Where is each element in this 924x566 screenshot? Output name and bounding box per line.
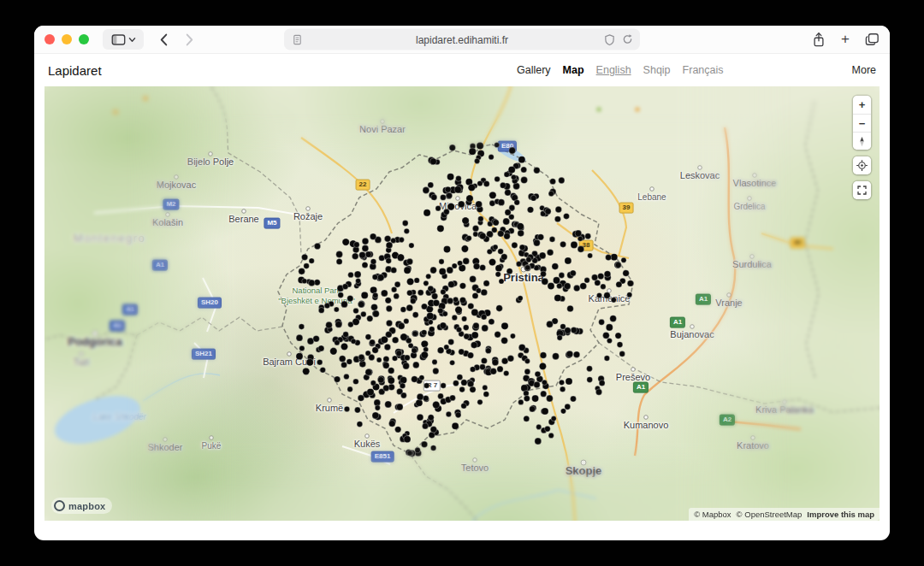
lapidar-marker[interactable]: [353, 379, 359, 385]
lapidar-marker[interactable]: [400, 333, 407, 340]
lapidar-marker[interactable]: [518, 344, 525, 351]
lapidar-marker[interactable]: [428, 415, 434, 421]
lapidar-marker[interactable]: [372, 274, 378, 280]
lapidar-marker[interactable]: [481, 289, 488, 296]
lapidar-marker[interactable]: [347, 295, 353, 301]
lapidar-marker[interactable]: [452, 263, 457, 268]
lapidar-marker[interactable]: [302, 279, 307, 284]
lapidar-marker[interactable]: [627, 280, 633, 286]
lapidar-marker[interactable]: [588, 253, 593, 258]
lapidar-marker[interactable]: [372, 412, 379, 419]
lapidar-marker[interactable]: [386, 258, 392, 264]
lapidar-marker[interactable]: [571, 396, 577, 402]
lapidar-marker[interactable]: [398, 322, 405, 329]
lapidar-marker[interactable]: [456, 176, 462, 182]
geolocate-button[interactable]: [853, 156, 871, 174]
lapidar-marker[interactable]: [501, 358, 508, 365]
lapidar-marker[interactable]: [598, 273, 604, 279]
lapidar-marker[interactable]: [388, 421, 395, 427]
lapidar-marker[interactable]: [334, 376, 340, 382]
lapidar-marker[interactable]: [565, 327, 572, 334]
back-button[interactable]: [154, 29, 173, 50]
lapidar-marker[interactable]: [482, 325, 489, 332]
lapidar-marker[interactable]: [343, 332, 349, 338]
lapidar-marker[interactable]: [495, 332, 500, 338]
lapidar-marker[interactable]: [459, 283, 465, 289]
lapidar-marker[interactable]: [335, 340, 340, 345]
lapidar-marker[interactable]: [445, 186, 451, 192]
lapidar-marker[interactable]: [571, 241, 578, 248]
lapidar-marker[interactable]: [415, 447, 420, 452]
lapidar-marker[interactable]: [599, 319, 605, 325]
lapidar-marker[interactable]: [454, 186, 461, 193]
attribution-mapbox-link[interactable]: © Mapbox: [694, 510, 731, 519]
lapidar-marker[interactable]: [524, 358, 530, 363]
lapidar-marker[interactable]: [459, 297, 465, 303]
lapidar-marker[interactable]: [570, 270, 576, 276]
lapidar-marker[interactable]: [308, 280, 315, 286]
lapidar-marker[interactable]: [596, 292, 601, 298]
lapidar-marker[interactable]: [404, 355, 410, 361]
lapidar-marker[interactable]: [450, 360, 455, 365]
lapidar-marker[interactable]: [616, 281, 622, 287]
lapidar-marker[interactable]: [392, 356, 397, 361]
lapidar-marker[interactable]: [356, 279, 361, 284]
lapidar-marker[interactable]: [483, 280, 489, 286]
lapidar-marker[interactable]: [606, 324, 613, 331]
lapidar-marker[interactable]: [413, 362, 420, 368]
lapidar-marker[interactable]: [410, 298, 416, 304]
lapidar-marker[interactable]: [545, 209, 551, 215]
lapidar-marker[interactable]: [412, 376, 418, 383]
lapidar-marker[interactable]: [457, 374, 463, 380]
lapidar-marker[interactable]: [461, 380, 467, 386]
lapidar-marker[interactable]: [342, 239, 349, 245]
lapidar-marker[interactable]: [540, 352, 547, 359]
lapidar-marker[interactable]: [442, 311, 447, 316]
lapidar-marker[interactable]: [604, 292, 611, 299]
lapidar-marker[interactable]: [615, 333, 621, 339]
lapidar-marker[interactable]: [439, 259, 444, 264]
lapidar-marker[interactable]: [383, 363, 390, 369]
lapidar-marker[interactable]: [400, 383, 406, 389]
lapidar-marker[interactable]: [466, 235, 471, 240]
lapidar-marker[interactable]: [489, 258, 495, 265]
lapidar-marker[interactable]: [477, 142, 483, 149]
lapidar-marker[interactable]: [353, 308, 359, 314]
lapidar-marker[interactable]: [621, 257, 626, 262]
lapidar-marker[interactable]: [431, 293, 437, 299]
lapidar-marker[interactable]: [433, 299, 440, 306]
lapidar-marker[interactable]: [524, 391, 530, 397]
lapidar-marker[interactable]: [461, 316, 466, 321]
lapidar-marker[interactable]: [506, 268, 512, 274]
lapidar-marker[interactable]: [317, 359, 323, 365]
lapidar-marker[interactable]: [397, 254, 404, 261]
lapidar-marker[interactable]: [313, 335, 320, 342]
lapidar-marker[interactable]: [535, 371, 541, 377]
lapidar-marker[interactable]: [447, 203, 454, 210]
lapidar-marker[interactable]: [386, 332, 393, 339]
lapidar-marker[interactable]: [365, 368, 372, 375]
lapidar-marker[interactable]: [396, 404, 403, 410]
lapidar-marker[interactable]: [553, 353, 560, 360]
lapidar-marker[interactable]: [493, 220, 499, 226]
lapidar-marker[interactable]: [427, 313, 434, 320]
lapidar-marker[interactable]: [431, 194, 437, 200]
lapidar-marker[interactable]: [459, 386, 465, 392]
lapidar-marker[interactable]: [559, 177, 565, 183]
lapidar-marker[interactable]: [299, 268, 305, 274]
lapidar-marker[interactable]: [471, 309, 478, 315]
lapidar-marker[interactable]: [470, 367, 476, 373]
lapidar-marker[interactable]: [545, 426, 551, 432]
map-canvas[interactable]: MontenegroPodgoricaPristinaSkopjeTuziShk…: [44, 86, 880, 521]
lapidar-marker[interactable]: [461, 245, 468, 252]
lapidar-marker[interactable]: [435, 206, 441, 211]
lapidar-marker[interactable]: [527, 207, 533, 213]
lapidar-marker[interactable]: [341, 362, 347, 368]
lapidar-marker[interactable]: [404, 228, 409, 233]
lapidar-marker[interactable]: [565, 404, 571, 410]
lapidar-marker[interactable]: [384, 235, 390, 241]
lapidar-marker[interactable]: [433, 368, 439, 374]
lapidar-marker[interactable]: [489, 192, 496, 198]
lapidar-marker[interactable]: [468, 304, 474, 310]
lapidar-marker[interactable]: [370, 259, 376, 265]
